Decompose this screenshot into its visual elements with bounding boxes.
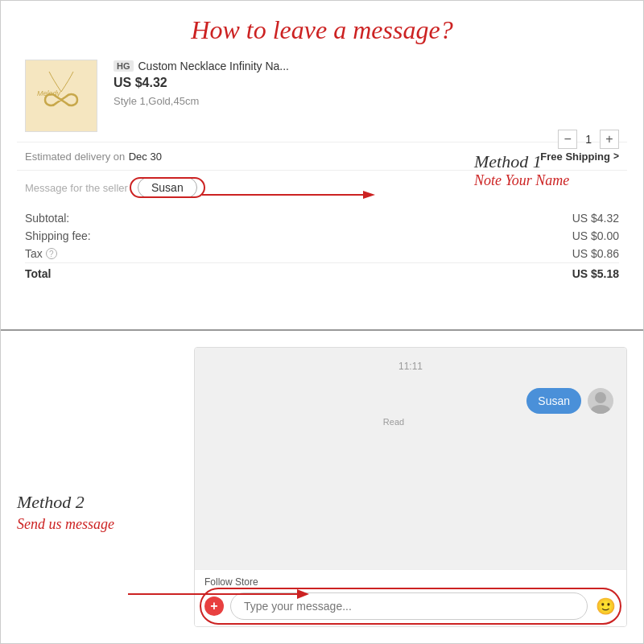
method1-subtitle: Note Your Name xyxy=(474,172,619,189)
shipping-fee-value: US $0.00 xyxy=(572,229,619,242)
subtotal-label: Subtotal: xyxy=(25,212,69,225)
product-name-row: HG Custom Necklace Infinity Na... xyxy=(114,60,619,72)
type-message-input[interactable] xyxy=(230,592,588,620)
chat-bubble: Susan xyxy=(526,388,581,414)
message-input-row: + 🙂 xyxy=(204,592,617,620)
price-breakdown: Subtotal: US $4.32 Shipping fee: US $0.0… xyxy=(17,206,627,286)
follow-store-label: Follow Store xyxy=(204,576,617,588)
chat-footer: Follow Store + 🙂 xyxy=(195,569,626,626)
method1-label: Method 1 Note Your Name xyxy=(474,151,619,189)
method2-label: Method 2 Send us message xyxy=(17,347,178,627)
product-image: Melody xyxy=(25,60,97,132)
method2-subtitle: Send us message xyxy=(17,516,178,533)
delivery-date: Dec 30 xyxy=(129,151,162,163)
svg-marker-2 xyxy=(363,191,375,199)
shipping-line: Shipping fee: US $0.00 xyxy=(25,227,619,245)
tax-value: US $0.86 xyxy=(572,247,619,260)
product-style: Style 1,Gold,45cm xyxy=(114,95,619,107)
chat-messages: 11:11 Susan Read xyxy=(195,348,626,569)
total-label: Total xyxy=(25,267,51,280)
svg-point-4 xyxy=(591,405,610,414)
product-price: US $4.32 xyxy=(114,76,619,90)
quantity-value: 1 xyxy=(585,133,592,146)
chat-read-label: Read xyxy=(383,417,404,427)
chat-timestamp: 11:11 xyxy=(398,361,423,372)
chat-bubble-row: Susan xyxy=(208,388,613,414)
shipping-fee-label: Shipping fee: xyxy=(25,229,91,242)
main-container: How to leave a message? Melody HG Custom… xyxy=(0,0,644,644)
product-name: Custom Necklace Infinity Na... xyxy=(138,60,290,72)
method2-title: Method 2 xyxy=(17,492,178,513)
subtotal-value: US $4.32 xyxy=(572,212,619,225)
bottom-section: Method 2 Send us message 11:11 Susan Rea… xyxy=(1,331,643,643)
message-oval-wrapper: Susan xyxy=(138,180,197,195)
chat-panel: 11:11 Susan Read Follow Store xyxy=(194,347,627,627)
red-arrow-method1 xyxy=(202,187,379,203)
message-row: Message for the seller Susan Method 1 No… xyxy=(17,175,627,200)
total-line: Total US $5.18 xyxy=(25,262,619,283)
quantity-decrease-button[interactable]: − xyxy=(558,130,577,149)
plus-icon[interactable]: + xyxy=(204,597,224,616)
method1-title: Method 1 xyxy=(474,151,619,172)
seller-message-input[interactable]: Susan xyxy=(138,177,197,198)
tax-info-icon[interactable]: ? xyxy=(46,248,57,259)
tax-row: Tax ? xyxy=(25,247,57,260)
message-for-seller-label: Message for the seller xyxy=(25,182,138,194)
page-title: How to leave a message? xyxy=(17,15,627,45)
top-section: How to leave a message? Melody HG Custom… xyxy=(1,1,643,331)
hg-badge: HG xyxy=(114,60,134,72)
chat-avatar xyxy=(588,388,613,414)
total-value: US $5.18 xyxy=(572,267,619,280)
emoji-icon[interactable]: 🙂 xyxy=(594,595,617,617)
tax-line: Tax ? US $0.86 xyxy=(25,245,619,262)
tax-label: Tax xyxy=(25,247,43,260)
svg-point-3 xyxy=(595,392,606,403)
product-details: HG Custom Necklace Infinity Na... US $4.… xyxy=(114,60,619,110)
quantity-increase-button[interactable]: + xyxy=(600,130,619,149)
subtotal-line: Subtotal: US $4.32 xyxy=(25,209,619,227)
product-row: Melody HG Custom Necklace Infinity Na...… xyxy=(17,60,627,132)
delivery-label: Estimated delivery on Dec 30 xyxy=(25,149,162,163)
